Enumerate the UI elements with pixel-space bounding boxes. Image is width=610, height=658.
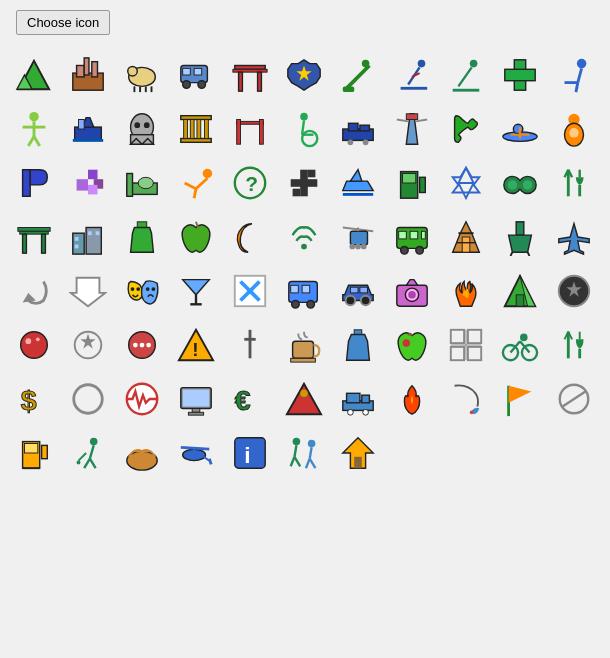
- icon-car-ferry[interactable]: [332, 103, 384, 155]
- svg-rect-197: [354, 330, 362, 335]
- svg-line-248: [181, 447, 210, 449]
- icon-camera[interactable]: [386, 265, 438, 317]
- icon-info-box[interactable]: i: [224, 427, 276, 479]
- icon-lighthouse[interactable]: [386, 103, 438, 155]
- svg-rect-4: [92, 62, 98, 77]
- icon-mountains[interactable]: [8, 49, 60, 101]
- icon-church-cross[interactable]: [224, 319, 276, 371]
- icon-gas-pump2[interactable]: [8, 427, 60, 479]
- icon-dots-circle[interactable]: [116, 319, 168, 371]
- icon-star-david[interactable]: [440, 157, 492, 209]
- icon-skiing[interactable]: [386, 49, 438, 101]
- icon-undo-arrow[interactable]: [8, 265, 60, 317]
- icon-ghost[interactable]: [116, 103, 168, 155]
- icon-fork-knife[interactable]: [548, 157, 600, 209]
- icon-cable-car[interactable]: [332, 211, 384, 263]
- icon-move-grid[interactable]: [440, 319, 492, 371]
- icon-x-box[interactable]: [224, 265, 276, 317]
- svg-rect-55: [184, 120, 188, 139]
- icon-car-icon[interactable]: [332, 265, 384, 317]
- icon-utensils2[interactable]: [548, 319, 600, 371]
- icon-avalanche[interactable]: [278, 373, 330, 425]
- icon-euro-sign[interactable]: €: [224, 373, 276, 425]
- icon-star-circle2[interactable]: [62, 319, 114, 371]
- icon-flag-icon[interactable]: [494, 373, 546, 425]
- icon-phone[interactable]: [440, 103, 492, 155]
- icon-tent-triangle[interactable]: [494, 265, 546, 317]
- icon-apple3[interactable]: [386, 319, 438, 371]
- icon-tower-icon[interactable]: [440, 211, 492, 263]
- icon-campfire[interactable]: [440, 265, 492, 317]
- icon-no-sign[interactable]: [548, 373, 600, 425]
- svg-line-23: [347, 66, 370, 89]
- icon-buildings[interactable]: [62, 211, 114, 263]
- icon-question-circle[interactable]: ?: [224, 157, 276, 209]
- svg-rect-34: [505, 69, 535, 80]
- icon-train[interactable]: [170, 49, 222, 101]
- icon-star-circle[interactable]: [548, 265, 600, 317]
- icon-bus2-icon[interactable]: [278, 265, 330, 317]
- icon-kayak[interactable]: [494, 103, 546, 155]
- icon-monitor-screen[interactable]: [170, 373, 222, 425]
- icon-theater-masks[interactable]: [116, 265, 168, 317]
- icon-hikers[interactable]: [278, 427, 330, 479]
- icon-arrow-down-white[interactable]: [62, 265, 114, 317]
- icon-ship[interactable]: [62, 103, 114, 155]
- icon-medical[interactable]: [494, 49, 546, 101]
- icon-bus-icon[interactable]: [386, 211, 438, 263]
- icon-martini-glass[interactable]: [170, 265, 222, 317]
- icon-swastika[interactable]: [278, 157, 330, 209]
- icon-parking-p[interactable]: [8, 157, 60, 209]
- icon-person-sit[interactable]: [548, 49, 600, 101]
- icon-fishing-icon[interactable]: [440, 373, 492, 425]
- icon-dollar-sign[interactable]: $: [8, 373, 60, 425]
- icon-water-tower[interactable]: [494, 211, 546, 263]
- icon-helicopter-icon[interactable]: [170, 427, 222, 479]
- icon-warning-triangle[interactable]: !: [170, 319, 222, 371]
- icon-gas-pump[interactable]: [386, 157, 438, 209]
- svg-point-112: [508, 180, 518, 190]
- icon-bottle-green[interactable]: [116, 211, 168, 263]
- svg-rect-221: [188, 412, 203, 415]
- icon-bed[interactable]: [116, 157, 168, 209]
- icon-golfer[interactable]: [62, 427, 114, 479]
- icon-cow[interactable]: [116, 49, 168, 101]
- icon-fire-icon[interactable]: [386, 373, 438, 425]
- icon-ski2[interactable]: [440, 49, 492, 101]
- icon-coffee-cup[interactable]: [278, 319, 330, 371]
- icon-torii[interactable]: [224, 49, 276, 101]
- icon-basket-icon[interactable]: [116, 427, 168, 479]
- icon-moon-icon[interactable]: [224, 211, 276, 263]
- icon-heartbeat[interactable]: [116, 373, 168, 425]
- icon-wifi-icon[interactable]: [278, 211, 330, 263]
- icon-speedboat[interactable]: [332, 157, 384, 209]
- svg-point-69: [348, 139, 354, 145]
- icon-monk[interactable]: [548, 103, 600, 155]
- icon-red-circle1[interactable]: [8, 319, 60, 371]
- icon-binoculars[interactable]: [494, 157, 546, 209]
- icon-cruise-ship[interactable]: [332, 373, 384, 425]
- icon-wheelchair[interactable]: [278, 103, 330, 155]
- icon-circle-empty[interactable]: [62, 373, 114, 425]
- svg-point-15: [183, 81, 191, 89]
- svg-rect-19: [239, 72, 243, 91]
- icon-factory[interactable]: [62, 49, 114, 101]
- choose-icon-button[interactable]: Choose icon: [16, 10, 110, 35]
- icon-badge[interactable]: [278, 49, 330, 101]
- icon-apple-icon[interactable]: [170, 211, 222, 263]
- svg-rect-111: [516, 181, 524, 189]
- icon-torii-gate[interactable]: [8, 211, 60, 263]
- icon-escalator[interactable]: [332, 49, 384, 101]
- icon-house-icon[interactable]: [332, 427, 384, 479]
- icon-bottle3[interactable]: [332, 319, 384, 371]
- icon-columns[interactable]: [170, 103, 222, 155]
- svg-rect-200: [468, 330, 481, 343]
- svg-text:€: €: [235, 384, 251, 416]
- icon-person-rest[interactable]: [170, 157, 222, 209]
- icon-airplane[interactable]: [548, 211, 600, 263]
- svg-point-228: [348, 409, 354, 415]
- icon-goal-post[interactable]: [224, 103, 276, 155]
- icon-cycling-icon[interactable]: [494, 319, 546, 371]
- icon-person-arms[interactable]: [8, 103, 60, 155]
- icon-blocks[interactable]: [62, 157, 114, 209]
